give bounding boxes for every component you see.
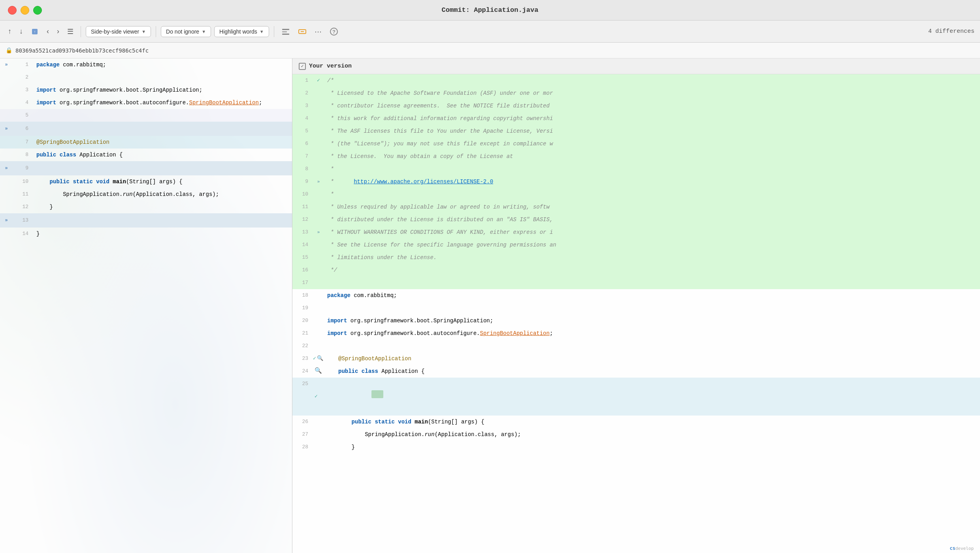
right-check-22 bbox=[313, 340, 324, 352]
left-linenum-4: 4 bbox=[13, 96, 33, 109]
kw-package: package bbox=[36, 62, 60, 68]
highlight-dropdown[interactable]: Highlight words ▼ bbox=[214, 26, 269, 37]
left-linecontent-1: package com.rabbitmq; bbox=[33, 58, 292, 71]
right-linecontent-17 bbox=[324, 276, 980, 289]
right-linecontent-21: import org.springframework.boot.autoconf… bbox=[324, 327, 980, 340]
right-linecontent-16: */ bbox=[324, 264, 980, 276]
forward-button[interactable]: › bbox=[55, 26, 62, 37]
nav-up-button[interactable]: ↑ bbox=[6, 26, 14, 37]
minimize-button[interactable] bbox=[21, 6, 29, 15]
version-checkbox[interactable]: ✓ bbox=[299, 63, 306, 70]
right-line-24: 24 🔍 public class Application { bbox=[292, 365, 980, 378]
right-line-23: 23 ✓ 🔍 @SpringBootApplication bbox=[292, 352, 980, 365]
left-line-2: 2 bbox=[0, 71, 292, 84]
right-linecontent-9: * http://www.apache.org/licenses/LICENSE… bbox=[324, 175, 980, 188]
right-check-8 bbox=[313, 163, 324, 175]
back-button[interactable]: ‹ bbox=[44, 26, 51, 37]
right-line-13: 13 » * WITHOUT WARRANTIES OR CONDITIONS … bbox=[292, 226, 980, 239]
right-linenum-12: 12 bbox=[292, 213, 313, 226]
left-line-7: 7 @SpringBootApplication bbox=[0, 136, 292, 149]
more-button[interactable]: ⋯ bbox=[312, 26, 324, 38]
commit-bar: 🔒 80369a5521cad0937b46ebb1b73cecf986c5c4… bbox=[0, 43, 980, 58]
right-align-button[interactable] bbox=[296, 26, 309, 38]
right-line-28: 28 } bbox=[292, 441, 980, 453]
help-icon: ? bbox=[330, 27, 338, 36]
left-linecontent-8: public class Application { bbox=[33, 149, 292, 161]
highlight-dropdown-arrow: ▼ bbox=[260, 29, 264, 34]
left-indicator-1: » bbox=[0, 58, 13, 71]
right-linenum-13: 13 bbox=[292, 226, 313, 239]
run-method-r: run bbox=[424, 431, 434, 438]
svg-text:↑: ↑ bbox=[34, 30, 36, 34]
right-check-20 bbox=[313, 314, 324, 327]
left-linecontent-9 bbox=[33, 162, 292, 175]
close-button[interactable] bbox=[8, 6, 17, 15]
right-linecontent-24: public class Application { bbox=[335, 365, 980, 378]
brand-label: csdevelop bbox=[950, 545, 974, 551]
right-line-3: 3 * contributor license agreements. See … bbox=[292, 100, 980, 112]
right-linenum-3: 3 bbox=[292, 100, 313, 112]
expand-icon-right-13: » bbox=[317, 226, 320, 239]
left-linenum-7: 7 bbox=[13, 136, 33, 149]
kw-public-r: public bbox=[338, 368, 358, 374]
right-linenum-16: 16 bbox=[292, 264, 313, 276]
left-indicator-expand: » bbox=[0, 122, 13, 135]
left-linecontent-expand bbox=[33, 122, 292, 135]
right-check-15 bbox=[313, 251, 324, 264]
right-linecontent-15: * limitations under the License. bbox=[324, 251, 980, 264]
right-linecontent-10: * bbox=[324, 188, 980, 201]
right-line-17: 17 bbox=[292, 276, 980, 289]
right-line-2: 2 * Licensed to the Apache Software Foun… bbox=[292, 87, 980, 100]
kw-public-2: public bbox=[50, 179, 70, 185]
right-linenum-18: 18 bbox=[292, 289, 313, 302]
version-header: ✓ Your version bbox=[292, 58, 980, 74]
right-linenum-23: 23 bbox=[292, 352, 313, 365]
right-check-9: » bbox=[313, 175, 324, 188]
help-button[interactable]: ? bbox=[327, 26, 341, 38]
left-indicator-3 bbox=[0, 84, 13, 96]
right-line-20: 20 import org.springframework.boot.Sprin… bbox=[292, 314, 980, 327]
left-linecontent-14: } bbox=[33, 228, 292, 240]
right-line-4: 4 * this work for additional information… bbox=[292, 112, 980, 125]
check-icon-23: ✓ bbox=[313, 352, 316, 365]
left-align-button[interactable] bbox=[279, 26, 292, 38]
left-linenum-8: 8 bbox=[13, 149, 33, 161]
viewer-dropdown[interactable]: Side-by-side viewer ▼ bbox=[86, 26, 151, 37]
viewer-label: Side-by-side viewer bbox=[91, 28, 139, 35]
left-linecontent-4: import org.springframework.boot.autoconf… bbox=[33, 96, 292, 109]
toolbar: ↑ ↓ ↑ ‹ › ☰ Side-by-side viewer ▼ Do not… bbox=[0, 21, 980, 43]
right-check-21 bbox=[313, 327, 324, 340]
right-check-10 bbox=[313, 188, 324, 201]
right-linenum-9: 9 bbox=[292, 175, 313, 188]
import-kw-2: import bbox=[36, 100, 56, 106]
right-line-5: 5 * The ASF licenses this file to You un… bbox=[292, 125, 980, 137]
left-line-4: 4 import org.springframework.boot.autoco… bbox=[0, 96, 292, 109]
kw-class-1: class bbox=[60, 152, 76, 158]
right-linenum-27: 27 bbox=[292, 428, 313, 441]
left-indicator-14 bbox=[0, 228, 13, 240]
right-linenum-15: 15 bbox=[292, 251, 313, 264]
right-linenum-24: 24 bbox=[292, 365, 313, 378]
kw-static: static bbox=[73, 179, 92, 185]
right-linenum-1: 1 bbox=[292, 74, 313, 87]
right-check-16 bbox=[313, 264, 324, 276]
right-linenum-14: 14 bbox=[292, 239, 313, 251]
right-align-icon bbox=[298, 27, 307, 36]
right-line-27: 27 SpringApplication.run(Application.cla… bbox=[292, 428, 980, 441]
right-linecontent-26: public static void main(String[] args) { bbox=[335, 416, 980, 428]
git-icon-button[interactable]: ↑ bbox=[28, 26, 41, 37]
right-line-14: 14 * See the License for the specific la… bbox=[292, 239, 980, 251]
left-indicator-8 bbox=[0, 149, 13, 161]
list-button[interactable]: ☰ bbox=[65, 26, 76, 38]
ignore-dropdown[interactable]: Do not ignore ▼ bbox=[161, 26, 211, 37]
expand-icon-13: » bbox=[5, 214, 8, 227]
zoom-button[interactable] bbox=[33, 6, 42, 15]
lock-icon: 🔒 bbox=[6, 47, 12, 54]
right-line-21: 21 import org.springframework.boot.autoc… bbox=[292, 327, 980, 340]
left-linecontent-10: public static void main(String[] args) { bbox=[33, 175, 292, 188]
ignore-label: Do not ignore bbox=[166, 28, 199, 35]
right-line-10: 10 * bbox=[292, 188, 980, 201]
license-link: http://www.apache.org/licenses/LICENSE-2… bbox=[354, 179, 493, 185]
nav-down-button[interactable]: ↓ bbox=[17, 26, 25, 37]
import-kw-1: import bbox=[36, 87, 56, 93]
